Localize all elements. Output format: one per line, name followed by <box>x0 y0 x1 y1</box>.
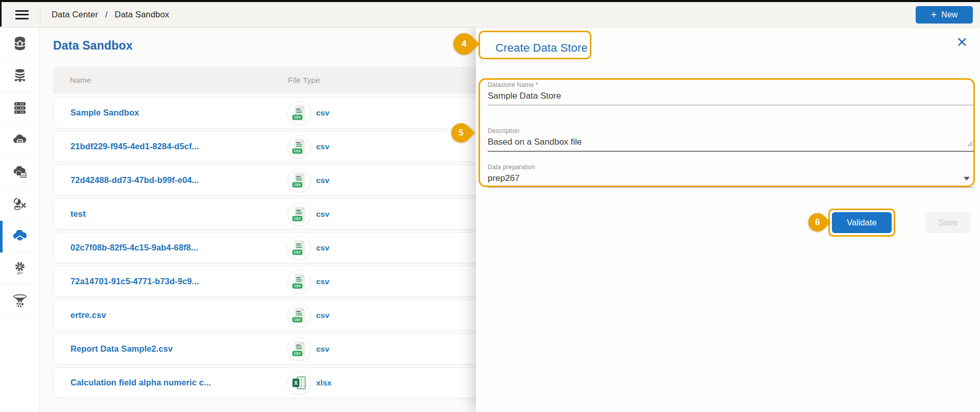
csv-file-icon: CSV <box>288 270 311 293</box>
file-type-label: csv <box>316 311 329 320</box>
svg-text:CSV: CSV <box>294 183 301 187</box>
sandbox-name-link[interactable]: 02c7f08b-82f5-4c15-9ab4-68f8... <box>54 243 198 253</box>
datastore-name-input[interactable]: Sample Data Store <box>488 91 974 101</box>
top-bar: Data Center / Data Sandbox + New <box>0 2 980 28</box>
sandbox-name-link[interactable]: Report Data Sample2.csv <box>54 344 173 354</box>
description-field[interactable]: Description Based on a Sandbox file <box>488 127 974 152</box>
svg-text:CSV: CSV <box>294 149 301 153</box>
sidebar-item-cloud-data[interactable] <box>0 124 39 156</box>
close-icon[interactable]: ✕ <box>954 34 970 52</box>
cloud-layers-icon <box>11 228 29 245</box>
breadcrumb-item-data-sandbox: Data Sandbox <box>115 10 170 19</box>
column-header-name: Name <box>53 76 91 85</box>
description-label: Description <box>488 127 974 134</box>
plus-icon: + <box>931 10 937 20</box>
server-stack-icon <box>12 100 28 116</box>
input-underline <box>488 151 974 152</box>
file-type-label: csv <box>316 243 329 253</box>
sidebar-item-data-transform[interactable] <box>0 189 39 221</box>
data-preparation-field[interactable]: Data preparation prep267 <box>488 164 974 188</box>
drawer-title: Create Data Store <box>495 41 588 55</box>
database-home-icon <box>12 35 28 52</box>
breadcrumb-separator: / <box>105 10 108 19</box>
file-type-label: csv <box>316 210 329 219</box>
description-input[interactable]: Based on a Sandbox file <box>488 137 974 147</box>
csv-file-icon: CSV <box>288 337 311 361</box>
cloud-database-code-icon: </> <box>12 164 28 180</box>
funnel-gear-icon <box>11 292 29 310</box>
cloud-database-icon <box>12 132 28 148</box>
sandbox-name-link[interactable]: Calculation field alpha numeric c... <box>54 378 211 387</box>
create-data-store-drawer: ✕ Create Data Store Datastore Name * Sam… <box>476 28 980 412</box>
sandbox-name-link[interactable]: 72d42488-dd73-47bd-b99f-e04... <box>54 175 199 185</box>
file-type-label: csv <box>316 142 329 151</box>
topbar-divider <box>40 6 40 24</box>
sidebar-item-data-filter[interactable] <box>0 285 39 317</box>
page-title: Data Sandbox <box>53 39 133 53</box>
file-type-label: xlsx <box>316 378 331 387</box>
svg-text:CSV: CSV <box>294 318 301 322</box>
input-underline <box>488 105 974 105</box>
sandbox-name-link[interactable]: ertre.csv <box>54 310 106 320</box>
breadcrumb-item-data-center[interactable]: Data Center <box>52 10 98 19</box>
file-type-label: csv <box>316 176 329 185</box>
file-type-label: csv <box>316 277 329 286</box>
screenshot-top-edge <box>0 0 980 2</box>
callout-box-title: Create Data Store <box>479 31 591 59</box>
sidebar-item-data-sandbox[interactable] <box>0 221 39 253</box>
data-preparation-label: Data preparation <box>488 164 974 171</box>
sandbox-name-link[interactable]: 72a14701-91c5-4771-b73d-9c9... <box>54 277 199 286</box>
sidebar-item-servers[interactable] <box>0 92 39 124</box>
csv-file-icon: CSV <box>288 169 311 192</box>
svg-text:X: X <box>294 380 298 386</box>
screenshot-left-edge <box>0 0 2 27</box>
textarea-resize-grip-icon[interactable] <box>967 140 973 149</box>
input-underline <box>488 187 974 188</box>
new-button[interactable]: + New <box>916 6 973 24</box>
csv-file-icon: CSV <box>288 304 311 327</box>
save-button[interactable]: Save <box>925 212 970 233</box>
svg-text:</>: </> <box>21 174 26 177</box>
callout-box-validate: Validate <box>828 209 895 237</box>
datastore-name-label: Datastore Name * <box>488 81 974 88</box>
validate-button[interactable]: Validate <box>832 212 892 233</box>
sidebar-item-cloud-data-code[interactable]: </> <box>0 156 39 189</box>
sidebar-item-data-home[interactable] <box>0 28 39 60</box>
xlsx-file-icon: X <box>288 371 311 395</box>
svg-text:CSV: CSV <box>294 217 301 220</box>
new-button-label: New <box>941 10 958 19</box>
database-network-icon <box>12 67 28 84</box>
datastore-name-field[interactable]: Datastore Name * Sample Data Store <box>488 81 974 105</box>
chevron-down-icon[interactable] <box>964 177 970 180</box>
database-transform-icon <box>12 196 28 213</box>
api-gear-icon: API <box>12 261 28 277</box>
svg-text:CSV: CSV <box>294 116 301 119</box>
hamburger-menu-icon[interactable] <box>15 8 29 21</box>
svg-text:CSV: CSV <box>294 284 301 288</box>
sandbox-name-link[interactable]: 21bdf229-f945-4ed1-8284-d5cf... <box>54 142 199 151</box>
csv-file-icon: CSV <box>288 135 311 158</box>
sandbox-name-link[interactable]: Sample Sandbox <box>54 108 139 118</box>
file-type-label: csv <box>316 345 329 354</box>
file-type-label: csv <box>316 108 329 118</box>
breadcrumb: Data Center / Data Sandbox <box>52 10 170 19</box>
sidebar-item-data-sources[interactable] <box>0 60 39 92</box>
sidebar: </> <box>0 28 40 412</box>
csv-file-icon: CSV <box>288 236 311 260</box>
svg-text:CSV: CSV <box>294 352 301 355</box>
sandbox-name-link[interactable]: test <box>54 209 86 219</box>
sidebar-item-api[interactable]: API <box>0 253 39 285</box>
csv-file-icon: CSV <box>288 202 311 226</box>
column-header-file-type: File Type <box>288 76 320 85</box>
svg-text:CSV: CSV <box>294 250 301 254</box>
data-preparation-select[interactable]: prep267 <box>488 173 974 184</box>
csv-file-icon: CSV <box>288 101 311 125</box>
svg-text:API: API <box>17 271 22 275</box>
